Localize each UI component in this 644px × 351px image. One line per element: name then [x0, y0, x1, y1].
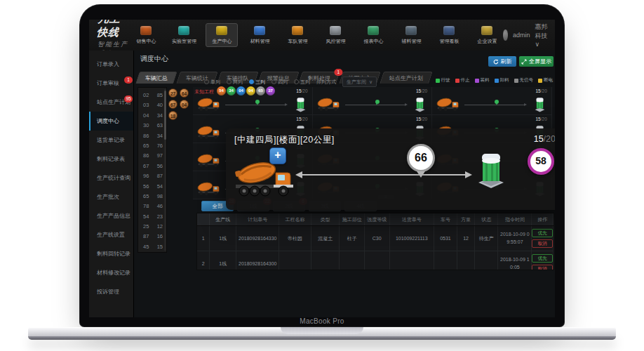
sidebar-item[interactable]: 剩料回转记录 — [89, 244, 133, 263]
route-detail-popup: [中建四局][楼面][20公里] 15/20 + — [226, 128, 555, 210]
vehicle-summary-row[interactable]: 67 56 — [141, 161, 165, 171]
radio-icon — [249, 79, 254, 84]
legend-swatch — [475, 79, 479, 83]
priority-button[interactable]: 优先 — [532, 254, 553, 263]
site-building-icon — [477, 152, 505, 188]
company-dropdown[interactable]: 惠邦科技 ∨ — [535, 22, 548, 48]
route-line — [345, 105, 405, 105]
coin-badge[interactable]: 04 — [180, 100, 189, 109]
vehicle-marker-pin[interactable]: 34 — [227, 86, 236, 95]
vehicle-marker-pin[interactable]: 37 — [266, 86, 275, 95]
vehicle-summary-row[interactable]: 45 15 — [141, 242, 165, 252]
vehicle-summary-row[interactable]: 30 63 — [141, 121, 165, 131]
vehicle-summary-row[interactable]: 65 76 — [141, 141, 165, 151]
mini-truck-icon — [196, 180, 222, 196]
vehicle-summary-row[interactable]: 96 87 — [141, 171, 165, 181]
sidebar-item[interactable]: 生产统计查询 — [89, 168, 133, 187]
vehicle-summary-row[interactable]: 54 23 — [141, 212, 165, 222]
table-row[interactable]: 1 1线 20180928164330 帝柱园 混凝土 柱子 C30 10100… — [197, 226, 554, 251]
priority-button[interactable]: 优先 — [532, 229, 553, 237]
sidebar-item-label: 送货单记录 — [97, 137, 125, 143]
sidebar-item[interactable]: 订单录入 — [89, 55, 133, 74]
nav-item[interactable]: 报表中心 — [357, 23, 389, 47]
nav-item-label: 报表中心 — [358, 38, 388, 45]
sidebar-item[interactable]: 订单审核 1 — [89, 74, 133, 93]
cancel-button[interactable]: 取消 — [532, 265, 553, 270]
coin-badge[interactable]: 27 — [168, 88, 177, 98]
vehicle-summary-row[interactable]: 02 85 — [141, 91, 165, 100]
content-tab[interactable]: 车辆汇总 — [135, 72, 177, 84]
sidebar-item-label: 生产统计查询 — [97, 175, 130, 181]
vehicle-summary-row[interactable]: 25 12 — [141, 222, 165, 232]
distance-marker[interactable]: 66 — [407, 144, 435, 172]
vehicle-marker-pin[interactable]: 54 — [217, 86, 226, 95]
coin-badge[interactable]: 64 — [180, 88, 189, 98]
table-row[interactable]: 2 1线 20180928164300 — [197, 251, 554, 270]
column-option[interactable]: 三列 — [249, 79, 265, 86]
sidebar-item[interactable]: 投诉管理 — [89, 282, 133, 301]
user-avatar[interactable] — [503, 29, 508, 41]
column-option[interactable]: 四列 — [271, 79, 288, 86]
nav-item[interactable]: 销售中心 — [130, 23, 162, 47]
screenshot-stage: 凡工快线 智能生产系统 销售中心 实验室管理 — [0, 0, 644, 351]
sidebar-item[interactable]: 生产批次 — [89, 187, 133, 206]
nav-item[interactable]: 风控管理 — [319, 23, 351, 47]
nav-item[interactable]: 材料管理 — [243, 23, 276, 47]
vehicle-summary-row[interactable]: 56 54 — [141, 182, 165, 192]
fullscreen-button[interactable]: 全屏显示 — [519, 56, 554, 67]
route-header: 未知工程 54 34 04 04 65 37 — [194, 86, 276, 95]
nav-item[interactable]: 企业设置 — [471, 23, 503, 47]
refresh-button[interactable]: 刷新 — [488, 56, 516, 67]
vehicle-marker-pin[interactable]: 04 — [236, 86, 246, 95]
macbook-base-bottom — [28, 336, 616, 340]
sidebar-item[interactable]: 送货单记录 — [89, 131, 133, 150]
list-scrollbar[interactable] — [164, 89, 166, 251]
add-vehicle-button[interactable]: + — [269, 147, 286, 164]
sidebar-item[interactable]: 剩料记录表 — [89, 150, 133, 168]
legend-swatch — [455, 79, 459, 83]
vehicle-summary-row[interactable]: 86 97 — [141, 151, 165, 161]
line-select[interactable]: 生产车间∨ — [342, 77, 377, 87]
legend-swatch — [538, 79, 542, 83]
sidebar-item[interactable]: 站点生产计划 95 — [89, 93, 133, 112]
content-tab-label: 车辆汇总 — [145, 72, 168, 84]
route-cell[interactable]: 15/20 — [432, 87, 552, 115]
coin-badge[interactable]: 18 — [168, 111, 177, 120]
nav-item[interactable]: 实验室管理 — [168, 23, 200, 47]
page-title: 调度中心 — [140, 54, 168, 64]
vehicle-summary-row[interactable]: 86 34 — [141, 131, 165, 141]
unknown-project-label: 未知工程 — [194, 88, 214, 95]
vehicle-summary-row[interactable]: 78 46 — [141, 201, 165, 211]
coin-badge[interactable]: 67 — [168, 100, 177, 109]
vehicle-marker-pin[interactable]: 65 — [256, 86, 265, 95]
content-tab[interactable]: 站点生产计划 — [380, 72, 433, 84]
column-option[interactable]: 单列 — [204, 79, 220, 86]
vehicle-summary-row[interactable]: 03 40 — [141, 100, 165, 110]
sidebar-item[interactable]: 生产产品信息 — [89, 206, 133, 225]
vehicle-summary-row[interactable]: 04 34 — [141, 111, 165, 121]
vehicle-marker-pin[interactable]: 04 — [246, 86, 255, 95]
nav-item-label: 生产中心 — [207, 38, 236, 45]
route-count: 15/20 — [536, 88, 547, 93]
arrange-label: 排列方式 — [316, 79, 336, 86]
sidebar-badge: 1 — [124, 77, 133, 84]
queue-count-badge[interactable]: 58 — [528, 148, 554, 175]
column-option[interactable]: 两列 — [227, 79, 243, 86]
nav-item[interactable]: 辅料管理 — [395, 23, 427, 47]
nav-item[interactable]: 管理看板 — [433, 23, 465, 47]
cancel-button[interactable]: 取消 — [532, 239, 553, 248]
radio-icon — [227, 79, 232, 84]
column-option[interactable]: 五列 — [294, 79, 310, 86]
nav-item[interactable]: 车队管理 — [281, 23, 314, 47]
legend-swatch — [436, 79, 440, 83]
sidebar-item[interactable]: 调度中心 — [89, 112, 133, 131]
sidebar-item[interactable]: 材料修改记录 — [89, 263, 133, 282]
sidebar-item[interactable]: 生产线设置 — [89, 225, 133, 244]
vehicle-position-pin — [495, 100, 499, 104]
vehicle-summary-row[interactable]: 65 98 — [141, 192, 165, 201]
route-count: 15/20 — [416, 88, 427, 93]
macbook-screen-bezel: 凡工快线 智能生产系统 销售中心 实验室管理 — [79, 4, 565, 327]
vehicle-summary-row[interactable]: 87 16 — [141, 232, 165, 241]
route-cell[interactable]: 15/20 — [313, 87, 433, 115]
nav-item[interactable]: 生产中心 — [206, 23, 238, 47]
